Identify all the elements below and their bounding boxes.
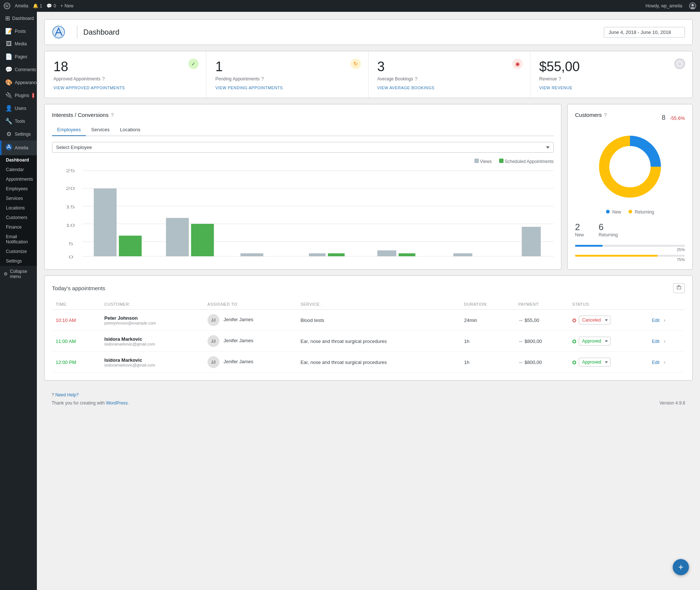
tab-services[interactable]: Services — [86, 124, 115, 136]
employee-select[interactable]: Select Employee — [52, 142, 554, 153]
need-help: ? Need Help? — [52, 392, 685, 398]
sidebar-item-users[interactable]: 👤 Users — [0, 102, 37, 115]
avatar-icon[interactable] — [689, 2, 696, 10]
stats-row: ✓ 18 Approved Appointments ? VIEW APPROV… — [44, 51, 693, 98]
sidebar-item-comments[interactable]: 💬 Comments — [0, 63, 37, 76]
help-icon-average[interactable]: ? — [415, 76, 418, 82]
sidebar-label-comments: Comments — [15, 67, 36, 72]
col-duration: DURATION: — [460, 299, 515, 310]
tab-locations[interactable]: Locations — [115, 124, 146, 136]
sidebar-item-media[interactable]: 🖼 Media — [0, 38, 37, 50]
sidebar-item-am-settings[interactable]: Settings — [0, 256, 37, 266]
chevron-right-icon[interactable]: › — [664, 338, 666, 344]
edit-link[interactable]: Edit — [652, 360, 659, 365]
sidebar-item-am-calendar[interactable]: Calendar — [0, 165, 37, 174]
stat-link-average[interactable]: VIEW AVERAGE BOOKINGS — [377, 86, 435, 90]
appointments-header: Today's appointments — [52, 283, 685, 293]
settings-icon: ⚙ — [5, 131, 13, 138]
sidebar-item-tools[interactable]: 🔧 Tools — [0, 115, 37, 128]
sidebar-item-posts[interactable]: 📝 Posts — [0, 25, 37, 38]
interests-panel: Interests / Conversions ? Employees Serv… — [44, 104, 561, 270]
greeting: Howdy, wp_amelia — [645, 3, 682, 8]
sidebar-item-amelia[interactable]: Amelia — [0, 140, 37, 155]
stat-card-approved: ✓ 18 Approved Appointments ? VIEW APPROV… — [45, 51, 206, 98]
appointment-duration: 1h — [460, 331, 515, 352]
status-dot — [572, 340, 576, 343]
sidebar-item-dashboard[interactable]: ⊞ Dashboard — [0, 12, 37, 25]
sidebar-label-settings: Settings — [15, 132, 31, 137]
returning-customer-stat: 6 Returning — [599, 222, 618, 237]
sidebar-item-am-customers[interactable]: Customers — [0, 213, 37, 222]
help-icon-revenue[interactable]: ? — [558, 76, 561, 82]
svg-text:Srebro Zujkic: Srebro Zujkic — [440, 259, 485, 259]
status-select[interactable]: Approved Approved Canceled Pending — [579, 358, 610, 367]
svg-text:0: 0 — [69, 255, 73, 259]
legend-views: Views — [474, 159, 492, 164]
customers-help-icon[interactable]: ? — [604, 112, 607, 118]
sidebar-item-am-dashboard[interactable]: Dashboard — [0, 155, 37, 165]
status-select[interactable]: Approved Approved Canceled Pending — [579, 337, 610, 346]
date-range-input[interactable] — [604, 27, 685, 38]
sidebar-item-am-services[interactable]: Services — [0, 194, 37, 203]
wp-logo[interactable]: W — [4, 3, 10, 9]
svg-rect-20 — [119, 236, 142, 256]
wp-link[interactable]: WordPress — [106, 400, 128, 406]
stat-link-pending[interactable]: VIEW PENDING APPOINTMENTS — [215, 86, 283, 90]
help-icon-approved[interactable]: ? — [102, 76, 105, 82]
appointments-table: TIME: CUSTOMER: ASSIGNED TO: SERVICE: DU… — [52, 299, 685, 373]
edit-link[interactable]: Edit — [652, 318, 659, 323]
comment-icon: 💬 — [46, 3, 52, 8]
sidebar-item-am-locations[interactable]: Locations — [0, 203, 37, 213]
appointment-payment: ↔$800,00 — [515, 352, 569, 373]
customers-summary: 8 -55.6% — [662, 114, 685, 122]
notifications[interactable]: 🔔 1 — [33, 3, 42, 8]
donut-chart — [593, 130, 667, 204]
chevron-right-icon[interactable]: › — [664, 317, 666, 323]
svg-text:25: 25 — [66, 169, 75, 173]
tab-employees[interactable]: Employees — [52, 124, 86, 136]
interests-help-icon[interactable]: ? — [111, 112, 114, 118]
need-help-link[interactable]: Need Help? — [55, 392, 79, 398]
edit-link[interactable]: Edit — [652, 339, 659, 344]
stat-number-pending: 1 — [215, 59, 359, 74]
stat-number-revenue: $55,00 — [539, 59, 683, 74]
sidebar-item-am-appointments[interactable]: Appointments — [0, 174, 37, 184]
comments-admin[interactable]: 💬 0 — [46, 3, 56, 8]
sidebar-label-pages: Pages — [15, 54, 27, 59]
new-button[interactable]: + New — [60, 3, 73, 8]
site-name[interactable]: Amelia — [15, 3, 28, 8]
sidebar: ⊞ Dashboard 📝 Posts 🖼 Media 📄 Pages 💬 Co… — [0, 12, 37, 590]
sidebar-label-appearance: Appearance — [15, 80, 39, 85]
sidebar-label-media: Media — [15, 41, 27, 46]
bar-chart: 25 20 15 10 5 0 — [52, 167, 554, 259]
fab-button[interactable]: + — [673, 559, 689, 575]
chevron-right-icon[interactable]: › — [664, 359, 666, 365]
sidebar-item-settings[interactable]: ⚙ Settings — [0, 128, 37, 140]
export-button[interactable] — [673, 283, 685, 293]
customers-change: -55.6% — [670, 115, 685, 121]
returning-pct-label: 75% — [575, 257, 685, 262]
stat-link-revenue[interactable]: VIEW REVENUE — [539, 86, 572, 90]
help-icon-pending[interactable]: ? — [261, 76, 264, 82]
status-select[interactable]: Canceled Approved Canceled Pending — [579, 316, 610, 324]
sidebar-item-am-customize[interactable]: Customize — [0, 247, 37, 256]
customer-email: isidoramarkovic@gmail.com — [104, 363, 200, 367]
svg-text:s fg: s fg — [318, 259, 330, 259]
returning-legend-dot — [628, 210, 632, 214]
svg-text:Jenifer James: Jenifer James — [83, 259, 130, 259]
sidebar-item-am-finance[interactable]: Finance — [0, 222, 37, 232]
scheduled-dot — [499, 159, 504, 163]
sidebar-item-am-employees[interactable]: Employees — [0, 184, 37, 194]
appointment-service: Ear, nose and throat surgical procedures — [297, 352, 460, 373]
stat-link-approved[interactable]: VIEW APPROVED APPOINTMENTS — [53, 86, 125, 90]
collapse-menu-button[interactable]: ⚙ Collapse menu — [0, 266, 37, 282]
status-dot — [572, 361, 576, 364]
stat-card-pending: ↻ 1 Pending Appointments ? VIEW PENDING … — [206, 51, 368, 98]
thank-you-text: Thank you for creating with WordPress. — [52, 400, 129, 406]
sidebar-item-appearance[interactable]: 🎨 Appearance — [0, 76, 37, 89]
sidebar-item-pages[interactable]: 📄 Pages — [0, 50, 37, 63]
appointments-title: Today's appointments — [52, 285, 105, 291]
collapse-label: Collapse menu — [10, 269, 33, 279]
sidebar-item-am-email[interactable]: Email Notification — [0, 232, 37, 247]
sidebar-item-plugins[interactable]: 🔌 Plugins 1 — [0, 89, 37, 102]
